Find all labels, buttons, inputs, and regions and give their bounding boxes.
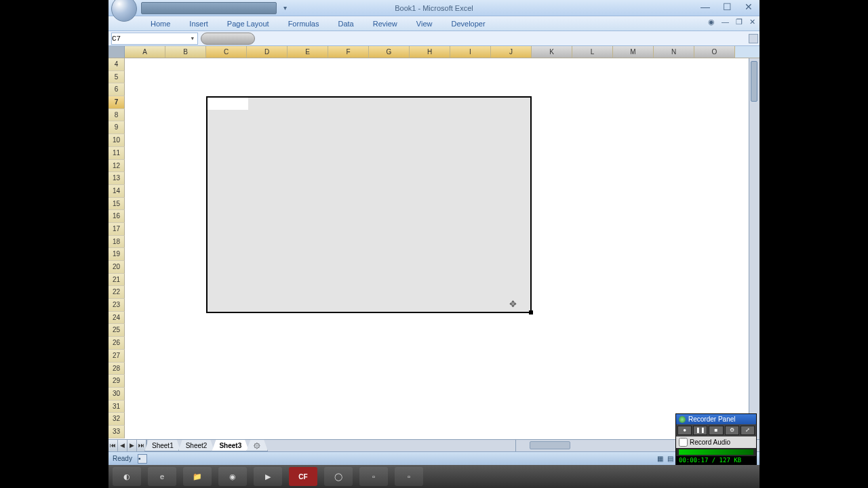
column-header-b[interactable]: B: [165, 46, 206, 58]
row-header-26[interactable]: 26: [108, 337, 125, 350]
column-header-m[interactable]: M: [613, 46, 654, 58]
row-header-14[interactable]: 14: [108, 185, 125, 198]
doc-restore-icon[interactable]: ❐: [736, 18, 743, 26]
row-header-8[interactable]: 8: [108, 109, 125, 122]
tab-formulas[interactable]: Formulas: [279, 18, 329, 30]
tab-insert[interactable]: Insert: [180, 18, 218, 30]
recorder-settings-button[interactable]: ⚙: [725, 426, 739, 435]
column-header-h[interactable]: H: [410, 46, 450, 58]
sheet-nav-last[interactable]: ⏭: [137, 440, 146, 451]
recorder-header[interactable]: Recorder Panel: [676, 414, 756, 424]
sheet-nav-next[interactable]: ▶: [127, 440, 137, 451]
worksheet-grid[interactable]: 4567891011121314151617181920212223242526…: [108, 58, 760, 439]
tab-view[interactable]: View: [407, 18, 442, 30]
tab-home[interactable]: Home: [141, 18, 180, 30]
tab-developer[interactable]: Developer: [441, 18, 494, 30]
tab-page-layout[interactable]: Page Layout: [218, 18, 279, 30]
column-header-c[interactable]: C: [206, 46, 247, 58]
recorder-record-button[interactable]: ●: [677, 426, 692, 435]
row-header-32[interactable]: 32: [108, 413, 125, 426]
taskbar-item-cf[interactable]: CF: [289, 467, 317, 486]
doc-close-icon[interactable]: ✕: [749, 18, 755, 26]
column-header-f[interactable]: F: [328, 46, 369, 58]
column-header-d[interactable]: D: [247, 46, 288, 58]
insert-sheet-tab[interactable]: ۞: [246, 440, 268, 451]
column-header-n[interactable]: N: [654, 46, 694, 58]
row-header-29[interactable]: 29: [108, 375, 125, 388]
row-header-19[interactable]: 19: [108, 248, 125, 261]
row-header-25[interactable]: 25: [108, 324, 125, 337]
name-box-dropdown-icon[interactable]: ▾: [187, 34, 197, 43]
taskbar-item-excel[interactable]: ▫: [395, 467, 423, 486]
start-button[interactable]: ◐: [113, 467, 141, 486]
sheet-nav-first[interactable]: ⏮: [108, 440, 118, 451]
row-header-30[interactable]: 30: [108, 388, 125, 401]
row-header-9[interactable]: 9: [108, 121, 125, 134]
tab-data[interactable]: Data: [328, 18, 363, 30]
macro-record-icon[interactable]: ▪: [138, 454, 147, 464]
vscroll-thumb[interactable]: [751, 61, 757, 102]
sheet-nav-prev[interactable]: ◀: [118, 440, 127, 451]
view-layout-icon[interactable]: ▤: [667, 455, 673, 462]
column-header-l[interactable]: L: [572, 46, 613, 58]
minimize-button[interactable]: —: [698, 1, 712, 12]
row-header-27[interactable]: 27: [108, 350, 125, 363]
row-header-31[interactable]: 31: [108, 401, 125, 413]
row-header-23[interactable]: 23: [108, 299, 125, 312]
name-box[interactable]: C7 ▾: [111, 33, 198, 45]
select-all-corner[interactable]: [108, 46, 125, 58]
row-header-12[interactable]: 12: [108, 160, 125, 173]
row-header-7[interactable]: 7: [108, 96, 125, 109]
taskbar-item-ie[interactable]: e: [148, 467, 176, 486]
row-header-11[interactable]: 11: [108, 147, 125, 160]
row-header-24[interactable]: 24: [108, 312, 125, 325]
hscroll-thumb[interactable]: [530, 441, 570, 449]
taskbar-item-explorer[interactable]: 📁: [183, 467, 212, 486]
row-header-18[interactable]: 18: [108, 236, 125, 249]
active-cell[interactable]: [208, 98, 248, 110]
taskbar-item-media[interactable]: ◉: [218, 467, 247, 486]
recorder-pause-button[interactable]: ❚❚: [693, 426, 707, 435]
row-header-16[interactable]: 16: [108, 210, 125, 223]
column-header-j[interactable]: J: [491, 46, 532, 58]
row-header-4[interactable]: 4: [108, 58, 125, 71]
row-header-28[interactable]: 28: [108, 363, 125, 375]
row-header-5[interactable]: 5: [108, 71, 125, 84]
row-header-15[interactable]: 15: [108, 198, 125, 211]
column-header-o[interactable]: O: [694, 46, 735, 58]
fx-button[interactable]: [201, 33, 255, 45]
row-header-13[interactable]: 13: [108, 172, 125, 185]
taskbar-item-app1[interactable]: ▫: [359, 467, 388, 486]
sheet-tab-sheet2[interactable]: Sheet2: [178, 440, 215, 451]
column-header-e[interactable]: E: [288, 46, 328, 58]
sheet-tab-sheet3[interactable]: Sheet3: [212, 440, 249, 451]
recorder-expand-button[interactable]: ⤢: [741, 426, 755, 435]
record-audio-checkbox[interactable]: [679, 438, 688, 447]
taskbar-item-chrome[interactable]: ◯: [324, 467, 353, 486]
row-header-22[interactable]: 22: [108, 286, 125, 299]
cells-area[interactable]: ✥: [125, 58, 760, 439]
tab-review[interactable]: Review: [363, 18, 407, 30]
recorder-stop-button[interactable]: ■: [709, 426, 723, 435]
help-icon[interactable]: ◉: [708, 18, 715, 26]
sheet-tab-sheet1[interactable]: Sheet1: [144, 440, 181, 451]
row-header-10[interactable]: 10: [108, 134, 125, 147]
row-header-6[interactable]: 6: [108, 83, 125, 96]
vertical-scrollbar[interactable]: [749, 58, 760, 439]
recorder-panel[interactable]: Recorder Panel ● ❚❚ ■ ⚙ ⤢ Record Audio 0…: [675, 413, 757, 465]
expand-formula-bar[interactable]: [749, 34, 758, 43]
row-header-20[interactable]: 20: [108, 261, 125, 274]
column-header-i[interactable]: I: [450, 46, 491, 58]
row-header-33[interactable]: 33: [108, 426, 125, 439]
view-normal-icon[interactable]: ▦: [657, 455, 663, 462]
column-header-k[interactable]: K: [532, 46, 572, 58]
maximize-button[interactable]: ☐: [720, 1, 734, 12]
column-header-g[interactable]: G: [369, 46, 410, 58]
fill-handle[interactable]: [529, 310, 533, 314]
taskbar-item-player[interactable]: ▶: [254, 467, 282, 486]
selection-range[interactable]: ✥: [206, 96, 532, 313]
doc-minimize-icon[interactable]: —: [722, 18, 729, 26]
row-header-21[interactable]: 21: [108, 274, 125, 287]
row-header-17[interactable]: 17: [108, 223, 125, 236]
column-header-a[interactable]: A: [125, 46, 165, 58]
